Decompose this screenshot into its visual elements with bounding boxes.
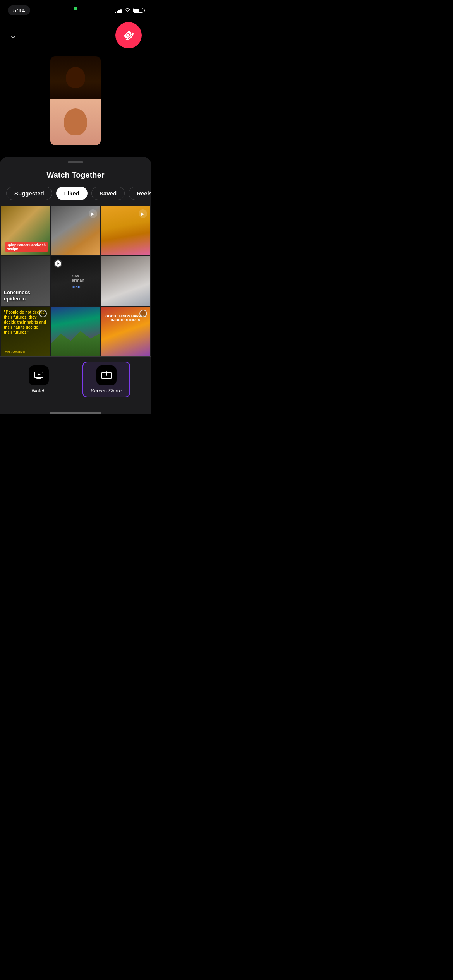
bottom-nav: Watch Screen Share	[0, 356, 151, 409]
remote-video-feed	[50, 56, 101, 99]
local-video-content	[50, 99, 101, 145]
signal-bar-3	[118, 10, 120, 13]
media-item-loneliness[interactable]: Lonelinessepidemic	[1, 256, 50, 305]
media-thumb-two-men	[101, 256, 150, 305]
play-icon-yellow: ▶	[139, 209, 147, 218]
media-thumb-yellow-dress: ▶	[101, 206, 150, 255]
media-thumb-crowd: ▶	[51, 206, 100, 255]
quote-checkbox	[39, 310, 47, 317]
minimize-button[interactable]: ⌄	[9, 30, 17, 41]
watch-nav-icon	[29, 365, 49, 385]
drag-handle[interactable]	[68, 161, 83, 163]
sheet-title: Watch Together	[0, 171, 151, 180]
home-indicator	[50, 412, 101, 414]
remote-video-content	[50, 56, 101, 99]
signal-bar-4	[120, 9, 122, 13]
tab-suggested[interactable]: Suggested	[6, 187, 52, 200]
local-person-silhouette	[64, 108, 87, 135]
svg-rect-3	[38, 379, 39, 379]
media-thumb-food: Spicy Paneer Sandwich Recipe	[1, 206, 50, 255]
media-item-quote[interactable]: "People do not decide their futures, the…	[1, 307, 50, 356]
media-thumb-bookstore: GOOD THINGS HAPPEN IN BOOKSTORES	[101, 307, 150, 356]
media-grid: Spicy Paneer Sandwich Recipe ▶ ▶	[0, 206, 151, 356]
media-thumb-loneliness: Lonelinessepidemic	[1, 256, 50, 305]
media-item-two-men[interactable]	[101, 256, 150, 305]
media-item-crowd[interactable]: ▶	[51, 206, 100, 255]
food-label: Spicy Paneer Sandwich Recipe	[5, 242, 48, 252]
watch-nav-label: Watch	[31, 388, 45, 394]
nav-watch[interactable]: Watch	[21, 362, 57, 397]
media-item-yellow-dress[interactable]: ▶	[101, 206, 150, 255]
nav-screen-share[interactable]: Screen Share	[82, 362, 130, 397]
loneliness-text: Lonelinessepidemic	[4, 290, 30, 302]
media-item-andrew[interactable]: rew erman man	[51, 256, 100, 305]
video-feeds	[0, 56, 151, 157]
wifi-icon	[124, 7, 131, 14]
status-time: 5:14	[8, 5, 30, 15]
call-top-controls: ⌄ ☎	[0, 18, 151, 56]
active-indicator	[74, 7, 77, 10]
battery-fill	[134, 9, 139, 12]
screen-share-nav-label: Screen Share	[91, 388, 122, 394]
watch-together-sheet: Watch Together Suggested Liked Saved Ree…	[0, 157, 151, 414]
media-thumb-andrew: rew erman man	[51, 256, 100, 305]
media-thumb-mountain	[51, 307, 100, 356]
signal-strength	[115, 8, 122, 13]
media-thumb-quote: "People do not decide their futures, the…	[1, 307, 50, 356]
tab-saved[interactable]: Saved	[91, 187, 125, 200]
tab-reels[interactable]: Reels	[129, 187, 151, 200]
quote-author: -F.M. Alexander	[4, 350, 26, 353]
play-icon-andrew	[54, 259, 62, 268]
phone-icon: ☎	[120, 27, 136, 43]
status-icons	[115, 7, 143, 14]
play-icon-crowd: ▶	[89, 209, 97, 218]
signal-bar-2	[117, 11, 118, 13]
screen-share-nav-icon	[96, 365, 117, 385]
remote-person-silhouette	[66, 67, 85, 88]
media-item-mountain[interactable]	[51, 307, 100, 356]
bookstore-checkbox	[139, 310, 147, 317]
svg-rect-2	[36, 378, 41, 379]
status-bar: 5:14	[0, 0, 151, 18]
filter-tabs: Suggested Liked Saved Reels	[0, 187, 151, 200]
battery-icon	[133, 8, 143, 13]
local-video-feed	[50, 99, 101, 145]
media-item-food[interactable]: Spicy Paneer Sandwich Recipe	[1, 206, 50, 255]
end-call-button[interactable]: ☎	[115, 22, 142, 48]
tab-liked[interactable]: Liked	[56, 187, 88, 200]
media-item-bookstore[interactable]: GOOD THINGS HAPPEN IN BOOKSTORES	[101, 307, 150, 356]
signal-bar-1	[115, 12, 116, 13]
